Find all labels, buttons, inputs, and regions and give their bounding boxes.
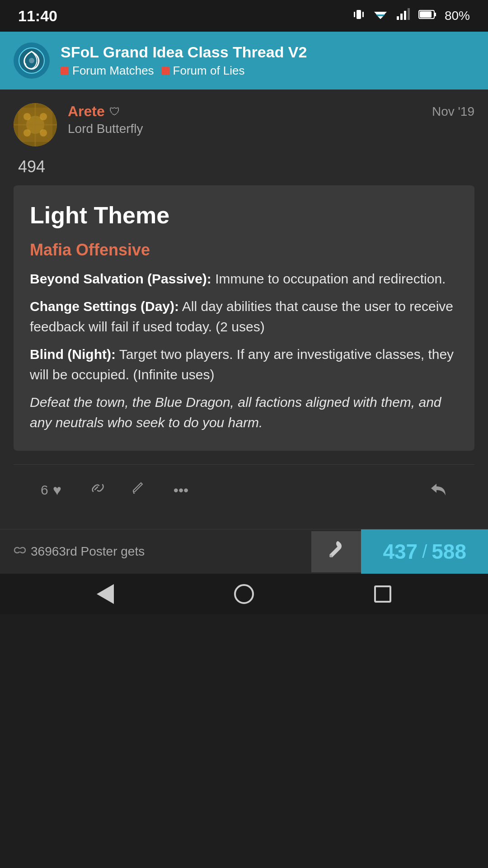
post-info: Arete 🛡 Nov '19 Lord Butterfly — [68, 103, 474, 136]
system-nav — [0, 574, 488, 614]
page-separator: / — [422, 542, 427, 562]
post-meta: Arete 🛡 Nov '19 Lord Butterfly — [14, 103, 474, 146]
bottom-toolbar: 36963rd Poster gets 437 / 588 — [0, 529, 488, 574]
svg-point-14 — [29, 58, 34, 63]
tag-label-1: Forum Matches — [72, 64, 154, 78]
recents-icon — [374, 585, 391, 603]
page-current: 437 — [383, 539, 418, 564]
author-title: Lord Butterfly — [68, 122, 474, 136]
link-icon — [89, 481, 104, 500]
battery-percent: 80% — [445, 9, 470, 23]
status-time: 11:40 — [18, 7, 57, 25]
ability-2-name: Change Settings (Day): — [30, 299, 179, 314]
svg-rect-8 — [404, 11, 406, 20]
page-total: 588 — [432, 539, 466, 564]
nav-recents-button[interactable] — [369, 580, 396, 608]
author-name-wrap: Arete 🛡 — [68, 103, 120, 120]
svg-point-23 — [23, 129, 31, 137]
wrench-button[interactable] — [311, 531, 361, 572]
ability-3: Blind (Night): Target two players. If an… — [30, 344, 458, 385]
svg-marker-5 — [378, 16, 383, 19]
tag-dot-1 — [61, 67, 69, 75]
avatar-image — [14, 103, 57, 146]
page-indicator[interactable]: 437 / 588 — [361, 529, 488, 574]
svg-point-21 — [23, 113, 31, 120]
ability-1: Beyond Salvation (Passive): Immune to oc… — [30, 269, 458, 289]
home-icon — [234, 584, 254, 604]
like-button[interactable]: 6 ♥ — [27, 476, 75, 505]
svg-point-22 — [40, 113, 47, 120]
ability-2: Change Settings (Day): All day abilities… — [30, 296, 458, 337]
svg-rect-12 — [420, 11, 432, 18]
svg-rect-6 — [397, 16, 399, 20]
card-title: Light Theme — [30, 202, 458, 229]
nav-home-button[interactable] — [230, 580, 258, 608]
signal-icon — [396, 8, 410, 24]
ability-3-name: Blind (Night): — [30, 347, 116, 362]
author-line: Arete 🛡 Nov '19 — [68, 103, 474, 120]
like-count: 6 — [41, 482, 48, 498]
action-bar: 6 ♥ ••• — [14, 464, 474, 515]
tag-forum-matches: Forum Matches — [61, 64, 154, 78]
next-post-text: 36963rd Poster gets — [31, 544, 145, 559]
svg-rect-11 — [434, 13, 436, 16]
app-logo — [14, 42, 50, 79]
reply-button[interactable] — [416, 474, 461, 506]
pencil-icon — [131, 481, 146, 500]
header-title: SFoL Grand Idea Class Thread V2 — [61, 43, 307, 61]
post-date: Nov '19 — [432, 104, 474, 119]
svg-point-28 — [329, 555, 332, 557]
svg-rect-27 — [17, 549, 23, 552]
shield-icon: 🛡 — [109, 105, 120, 118]
svg-rect-2 — [362, 12, 364, 17]
svg-point-24 — [40, 129, 47, 137]
wrench-icon — [328, 541, 345, 562]
reply-icon — [429, 482, 447, 500]
content-card: Light Theme Mafia Offensive Beyond Salva… — [14, 185, 474, 451]
next-post-preview: 36963rd Poster gets — [0, 535, 311, 569]
dots-icon: ••• — [174, 482, 189, 499]
back-icon — [97, 584, 114, 604]
tag-forum-of-lies: Forum of Lies — [161, 64, 245, 78]
more-button[interactable]: ••• — [160, 476, 202, 505]
link-button[interactable] — [75, 474, 117, 506]
win-condition: Defeat the town, the Blue Dragon, all fa… — [30, 392, 458, 433]
header-tags: Forum Matches Forum of Lies — [61, 64, 307, 78]
ability-1-name: Beyond Salvation (Passive): — [30, 271, 211, 286]
tag-dot-2 — [161, 67, 169, 75]
svg-rect-0 — [357, 10, 361, 19]
avatar — [14, 103, 57, 146]
svg-rect-9 — [408, 8, 410, 20]
app-header: SFoL Grand Idea Class Thread V2 Forum Ma… — [0, 32, 488, 90]
battery-icon — [418, 9, 436, 23]
status-icons: 80% — [352, 8, 470, 24]
post-number: 494 — [14, 157, 474, 176]
header-text: SFoL Grand Idea Class Thread V2 Forum Ma… — [61, 43, 307, 78]
status-bar: 11:40 — [0, 0, 488, 32]
nav-back-button[interactable] — [92, 580, 119, 608]
edit-button[interactable] — [117, 474, 160, 506]
ability-1-desc: Immune to occupation and redirection. — [215, 271, 446, 286]
svg-rect-1 — [354, 12, 355, 17]
faction-label: Mafia Offensive — [30, 241, 458, 259]
post-container: Arete 🛡 Nov '19 Lord Butterfly 494 Light… — [0, 90, 488, 529]
chain-icon — [14, 544, 26, 560]
win-condition-text: Defeat the town, the Blue Dragon, all fa… — [30, 395, 441, 430]
author-name[interactable]: Arete — [68, 103, 105, 120]
tag-label-2: Forum of Lies — [173, 64, 245, 78]
svg-rect-7 — [400, 14, 403, 20]
vibrate-icon — [352, 8, 365, 24]
heart-icon: ♥ — [53, 482, 61, 499]
wifi-icon — [373, 8, 388, 24]
